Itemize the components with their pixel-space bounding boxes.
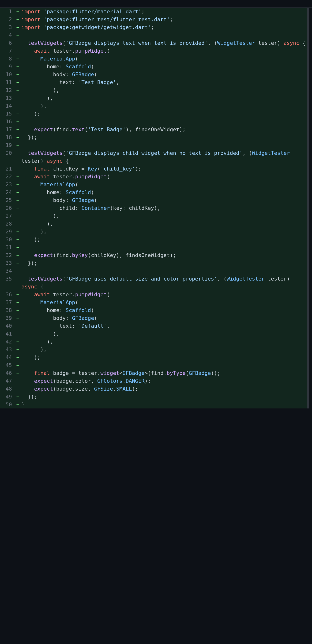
code-line[interactable]: 27+ ),: [0, 212, 307, 220]
code-content: expect(badge.color, GFColors.DANGER);: [21, 377, 307, 385]
code-content: ),: [21, 220, 307, 228]
diff-marker: +: [15, 78, 21, 86]
diff-marker: +: [15, 39, 21, 47]
code-content: expect(badge.size, GFSize.SMALL);: [21, 385, 307, 393]
code-content: body: GFBadge(: [21, 314, 307, 322]
code-line[interactable]: 11+ text: 'Test Badge',: [0, 78, 307, 86]
diff-marker: +: [15, 330, 21, 338]
code-line[interactable]: 26+ child: Container(key: childKey),: [0, 204, 307, 212]
code-line[interactable]: 19+: [0, 141, 307, 149]
code-content: child: Container(key: childKey),: [21, 204, 307, 212]
code-line[interactable]: 17+ expect(find.text('Test Badge'), find…: [0, 126, 307, 133]
code-content: await tester.pumpWidget(: [21, 173, 307, 180]
code-line[interactable]: 47+ expect(badge.color, GFColors.DANGER)…: [0, 377, 307, 385]
code-content: body: GFBadge(: [21, 70, 307, 78]
line-number: 41: [0, 330, 15, 338]
code-line[interactable]: 15+ );: [0, 110, 307, 118]
code-content: home: Scaffold(: [21, 188, 307, 196]
code-line[interactable]: 31+: [0, 244, 307, 251]
code-line[interactable]: 37+ MaterialApp(: [0, 298, 307, 306]
line-number: 47: [0, 377, 15, 385]
code-line[interactable]: 3+import 'package:getwidget/getwidget.da…: [0, 23, 307, 31]
code-line[interactable]: 9+ home: Scaffold(: [0, 63, 307, 70]
code-line[interactable]: 12+ ),: [0, 86, 307, 94]
line-number: 36: [0, 290, 15, 298]
code-content: ),: [21, 102, 307, 110]
code-line[interactable]: 25+ body: GFBadge(: [0, 196, 307, 204]
diff-marker: +: [15, 188, 21, 196]
diff-marker: +: [15, 236, 21, 244]
code-content: final childKey = Key('child_key');: [21, 165, 307, 173]
code-line[interactable]: 13+ ),: [0, 94, 307, 102]
line-number: 45: [0, 361, 15, 369]
line-number: 40: [0, 322, 15, 330]
code-line[interactable]: 42+ ),: [0, 338, 307, 346]
code-line[interactable]: 38+ home: Scaffold(: [0, 306, 307, 314]
code-line[interactable]: 10+ body: GFBadge(: [0, 70, 307, 78]
line-number: 32: [0, 251, 15, 259]
diff-marker: +: [15, 212, 21, 220]
code-line[interactable]: 7+ await tester.pumpWidget(: [0, 47, 307, 55]
diff-marker: +: [15, 118, 21, 126]
line-number: 21: [0, 165, 15, 173]
code-content: );: [21, 236, 307, 244]
code-line[interactable]: 6+ testWidgets('GFBadge displays text wh…: [0, 39, 307, 47]
diff-marker: +: [15, 180, 21, 188]
code-line[interactable]: 48+ expect(badge.size, GFSize.SMALL);: [0, 385, 307, 393]
code-line[interactable]: 41+ ),: [0, 330, 307, 338]
code-line[interactable]: 33+ });: [0, 259, 307, 267]
code-content: [21, 244, 307, 251]
code-line[interactable]: 40+ text: 'Default',: [0, 322, 307, 330]
code-line[interactable]: 18+ });: [0, 133, 307, 141]
code-line[interactable]: 49+ });: [0, 393, 307, 400]
code-content: });: [21, 259, 307, 267]
line-number: 29: [0, 228, 15, 236]
code-content: [21, 141, 307, 149]
code-line[interactable]: 21+ final childKey = Key('child_key');: [0, 165, 307, 173]
diff-marker: +: [15, 267, 21, 275]
line-number: 27: [0, 212, 15, 220]
code-line[interactable]: 30+ );: [0, 236, 307, 244]
code-content: MaterialApp(: [21, 55, 307, 63]
diff-view: 1+import 'package:flutter/material.dart'…: [0, 8, 309, 408]
diff-marker: +: [15, 377, 21, 385]
code-line[interactable]: 45+: [0, 361, 307, 369]
code-line[interactable]: 14+ ),: [0, 102, 307, 110]
code-line[interactable]: 29+ ),: [0, 228, 307, 236]
code-line[interactable]: 46+ final badge = tester.widget<GFBadge>…: [0, 369, 307, 377]
code-content: expect(find.text('Test Badge'), findsOne…: [21, 126, 307, 133]
code-content: import 'package:getwidget/getwidget.dart…: [21, 23, 307, 31]
code-line[interactable]: 50+}: [0, 400, 307, 408]
code-line[interactable]: 34+: [0, 267, 307, 275]
code-line[interactable]: 1+import 'package:flutter/material.dart'…: [0, 8, 307, 16]
code-line[interactable]: 4+: [0, 31, 307, 39]
code-line[interactable]: 16+: [0, 118, 307, 126]
code-content: await tester.pumpWidget(: [21, 290, 307, 298]
code-line[interactable]: 22+ await tester.pumpWidget(: [0, 173, 307, 180]
code-line[interactable]: 20+ testWidgets('GFBadge displays child …: [0, 149, 307, 165]
line-number: 26: [0, 204, 15, 212]
code-line[interactable]: 2+import 'package:flutter_test/flutter_t…: [0, 16, 307, 23]
code-line[interactable]: 32+ expect(find.byKey(childKey), findsOn…: [0, 251, 307, 259]
code-line[interactable]: 35+ testWidgets('GFBadge uses default si…: [0, 275, 307, 290]
code-line[interactable]: 43+ ),: [0, 346, 307, 354]
line-number: 44: [0, 354, 15, 361]
line-number: 10: [0, 70, 15, 78]
line-number: 15: [0, 110, 15, 118]
code-line[interactable]: 44+ );: [0, 354, 307, 361]
code-line[interactable]: 39+ body: GFBadge(: [0, 314, 307, 322]
code-line[interactable]: 28+ ),: [0, 220, 307, 228]
code-line[interactable]: 23+ MaterialApp(: [0, 180, 307, 188]
diff-marker: +: [15, 149, 21, 165]
code-line[interactable]: 36+ await tester.pumpWidget(: [0, 290, 307, 298]
diff-marker: +: [15, 369, 21, 377]
diff-marker: +: [15, 173, 21, 180]
code-line[interactable]: 24+ home: Scaffold(: [0, 188, 307, 196]
code-line[interactable]: 8+ MaterialApp(: [0, 55, 307, 63]
line-number: 19: [0, 141, 15, 149]
line-number: 9: [0, 63, 15, 70]
code-content: [21, 118, 307, 126]
code-content: ),: [21, 330, 307, 338]
line-number: 12: [0, 86, 15, 94]
line-number: 25: [0, 196, 15, 204]
